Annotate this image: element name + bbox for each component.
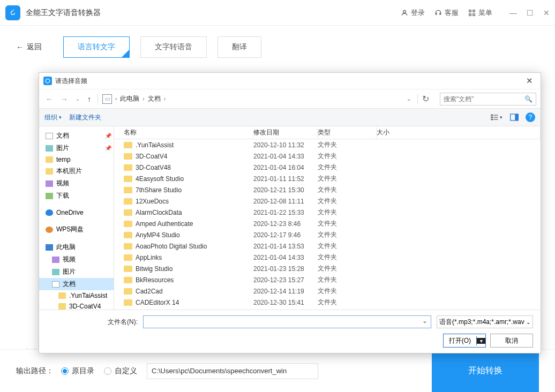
search-input[interactable] — [444, 95, 524, 103]
back-button[interactable]: ← 返回 — [16, 42, 42, 52]
output-path-input[interactable] — [147, 363, 318, 379]
search-icon[interactable]: 🔍 — [524, 95, 532, 103]
radio-original-dir[interactable]: 原目录 — [61, 366, 94, 376]
start-label: 开始转换 — [468, 365, 502, 376]
file-row[interactable]: .YunTaiAssist2020-12-10 11:32文件夹 — [114, 139, 541, 150]
menu-button[interactable]: 菜单 — [468, 8, 492, 18]
file-type: 文件夹 — [318, 298, 377, 307]
nav-recent-dropdown[interactable]: ⌄ — [73, 95, 82, 103]
filename-label: 文件名(N): — [100, 318, 138, 327]
tree-item[interactable]: 3D-CoatV4 — [39, 301, 114, 310]
tree-item[interactable]: 图片📌 — [39, 142, 114, 154]
folder-tree[interactable]: 文档📌图片📌temp本机照片视频下载OneDriveWPS网盘此电脑视频图片文档… — [39, 126, 114, 310]
dialog-close-button[interactable]: ✕ — [523, 76, 536, 86]
breadcrumb-this-pc[interactable]: 此电脑 — [120, 94, 139, 103]
tree-item[interactable]: 本机照片 — [39, 165, 114, 177]
file-name: 3D-CoatV48 — [136, 164, 171, 171]
service-button[interactable]: 客服 — [434, 8, 459, 18]
file-date: 2021-01-22 15:33 — [253, 209, 318, 216]
tree-item[interactable]: 下载 — [39, 190, 114, 202]
minimize-button[interactable]: — — [509, 9, 517, 17]
help-button[interactable]: ? — [526, 112, 535, 122]
cancel-button[interactable]: 取消 — [490, 334, 533, 348]
tree-item[interactable]: 图片 — [39, 266, 114, 278]
file-date: 2020-12-08 11:11 — [253, 198, 318, 205]
file-type: 文件夹 — [318, 140, 377, 149]
file-row[interactable]: AppLinks2021-01-04 14:33文件夹 — [114, 252, 541, 263]
file-row[interactable]: AlarmClockData2021-01-22 15:33文件夹 — [114, 207, 541, 218]
file-name: 4Easysoft Studio — [136, 175, 184, 183]
organize-menu[interactable]: 组织 ▾ — [44, 113, 62, 122]
file-type: 文件夹 — [318, 152, 377, 161]
folder-address-icon: ▭ — [102, 94, 112, 104]
file-row[interactable]: 4Easysoft Studio2021-01-11 11:52文件夹 — [114, 173, 541, 184]
tree-item[interactable]: 文档 — [39, 278, 114, 290]
tree-item[interactable]: OneDrive — [39, 207, 114, 218]
file-row[interactable]: CADEditorX 142020-12-30 15:41文件夹 — [114, 297, 541, 308]
file-row[interactable]: Amped Authenticate2020-12-23 8:46文件夹 — [114, 218, 541, 229]
tree-item[interactable]: 视频 — [39, 177, 114, 190]
column-size[interactable]: 大小 — [377, 126, 541, 139]
refresh-button[interactable]: ↻ — [417, 94, 433, 104]
tree-item[interactable]: .YunTaiAssist — [39, 290, 114, 301]
file-row[interactable]: AnyMP4 Studio2020-12-17 9:46文件夹 — [114, 229, 541, 240]
tree-item[interactable]: 此电脑 — [39, 241, 114, 253]
folder-icon — [124, 243, 132, 250]
folder-icon — [124, 164, 132, 171]
svg-rect-8 — [491, 119, 493, 120]
filename-input[interactable] — [143, 315, 431, 328]
file-row[interactable]: 12XueDocs2020-12-08 11:11文件夹 — [114, 195, 541, 207]
dialog-app-icon — [43, 77, 52, 85]
breadcrumb-documents[interactable]: 文档 — [148, 94, 161, 103]
radio-custom-dir[interactable]: 自定义 — [104, 366, 137, 376]
tree-item[interactable]: 视频 — [39, 253, 114, 266]
login-label: 登录 — [411, 8, 425, 18]
file-row[interactable]: 3D-CoatV42021-01-04 14:33文件夹 — [114, 150, 541, 162]
file-row[interactable]: Cad2Cad2020-12-14 11:19文件夹 — [114, 285, 541, 297]
nav-up-button[interactable]: ↑ — [85, 94, 93, 104]
search-box[interactable]: 🔍 — [440, 93, 536, 105]
view-mode-button[interactable]: ▾ — [489, 111, 503, 123]
file-type: 文件夹 — [318, 197, 377, 206]
tree-item[interactable]: 文档📌 — [39, 130, 114, 142]
file-row[interactable]: BkResources2020-12-23 15:27文件夹 — [114, 274, 541, 285]
nav-forward-button[interactable]: → — [58, 94, 70, 104]
maximize-button[interactable]: ☐ — [527, 9, 534, 17]
pic-icon — [46, 145, 53, 152]
preview-pane-button[interactable] — [507, 111, 521, 123]
address-dropdown[interactable]: ⌄ — [403, 96, 414, 102]
output-path-label: 输出路径： — [16, 366, 54, 376]
file-row[interactable]: Bitwig Studio2021-01-23 15:28文件夹 — [114, 263, 541, 274]
column-name[interactable]: 名称 — [114, 126, 253, 139]
open-button[interactable]: 打开(O) ▾ — [443, 334, 486, 348]
folder-icon — [124, 187, 132, 193]
file-row[interactable]: 7thShare Studio2020-12-21 15:30文件夹 — [114, 184, 541, 195]
chevron-right-icon[interactable]: › — [164, 96, 166, 102]
tab-speech-to-text[interactable]: 语言转文字 — [63, 36, 130, 58]
chevron-right-icon[interactable]: › — [142, 96, 144, 102]
nav-back-button[interactable]: ← — [43, 94, 55, 104]
file-list[interactable]: .YunTaiAssist2020-12-10 11:32文件夹3D-CoatV… — [114, 139, 541, 310]
tree-item[interactable]: WPS网盘 — [39, 223, 114, 236]
file-row[interactable]: AoaoPhoto Digital Studio2021-01-14 13:53… — [114, 240, 541, 252]
login-button[interactable]: 登录 — [401, 8, 425, 18]
tab-text-to-speech[interactable]: 文字转语音 — [140, 36, 207, 58]
close-button[interactable]: ✕ — [543, 9, 550, 17]
file-date: 2021-01-14 13:53 — [253, 243, 318, 250]
file-row[interactable]: 3D-CoatV482021-01-04 16:04文件夹 — [114, 162, 541, 173]
back-label: 返回 — [27, 42, 42, 52]
folder-icon — [124, 277, 132, 283]
tab-translate[interactable]: 翻译 — [218, 36, 261, 58]
new-folder-button[interactable]: 新建文件夹 — [69, 113, 101, 122]
column-date[interactable]: 修改日期 — [253, 126, 318, 139]
folder-icon — [124, 176, 132, 182]
start-convert-button[interactable]: 开始转换 — [432, 350, 539, 393]
file-type-filter[interactable]: 语音(*.mp3;*.m4a;*.amr;*.wav ⌄ — [437, 315, 533, 328]
column-type[interactable]: 类型 — [318, 126, 377, 139]
chevron-right-icon[interactable]: › — [115, 96, 117, 102]
tree-item-label: .YunTaiAssist — [69, 292, 107, 299]
open-dropdown-icon[interactable]: ▾ — [477, 338, 485, 344]
tree-item[interactable]: temp — [39, 154, 114, 165]
chevron-down-icon: ▾ — [59, 115, 62, 120]
tabsbar: ← 返回 语言转文字 文字转语音 翻译 — [0, 26, 555, 69]
